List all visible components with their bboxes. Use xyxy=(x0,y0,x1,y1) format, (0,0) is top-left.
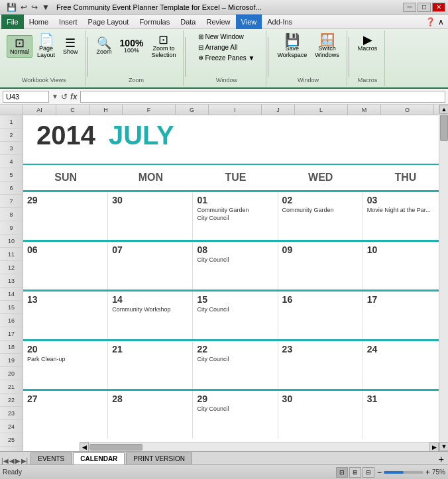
tab-events[interactable]: EVENTS xyxy=(30,452,72,464)
row-19: 19 xyxy=(0,354,23,367)
tab-scroll-prev[interactable]: ◀ xyxy=(9,457,15,464)
ribbon-btn-zoom[interactable]: 🔍 Zoom xyxy=(93,35,115,58)
scroll-track[interactable] xyxy=(439,115,448,442)
cal-cell-27: 27 xyxy=(23,391,108,439)
show-label: Show xyxy=(63,49,78,56)
ribbon-btn-switch-windows[interactable]: 🪟 SwitchWindows xyxy=(311,32,343,61)
cal-cell-03: 03 Movie Night at the Par... xyxy=(363,192,448,240)
tab-scroll-first[interactable]: |◀ xyxy=(1,457,9,464)
menu-item-add-ins[interactable]: Add-Ins xyxy=(262,15,298,29)
scroll-left-button[interactable]: ◀ xyxy=(80,443,89,452)
add-sheet-icon[interactable]: + xyxy=(436,454,447,464)
ribbon-btn-save-workspace[interactable]: 💾 SaveWorkspace xyxy=(274,32,310,61)
zoom-in-icon[interactable]: + xyxy=(425,468,430,477)
row-17: 17 xyxy=(0,327,23,341)
vertical-scrollbar[interactable]: ▲ ▼ xyxy=(439,115,448,451)
col-header-h: H xyxy=(89,105,123,115)
cal-cell-10: 10 xyxy=(363,242,448,290)
row-4: 4 xyxy=(0,155,23,168)
maximize-button[interactable]: □ xyxy=(418,3,431,12)
tab-scroll-next[interactable]: ▶ xyxy=(15,457,21,464)
day-tue: TUE xyxy=(193,169,278,186)
title-bar: 💾 ↩ ↪ ▼ Free Community Event Planner Tem… xyxy=(0,0,448,15)
cal-cell-17: 17 xyxy=(363,292,448,339)
view-mode-buttons: ⊡ ⊞ ⊟ xyxy=(336,467,374,478)
event-city-council-5: City Council xyxy=(197,405,273,413)
menu-item-view[interactable]: View xyxy=(236,15,262,29)
menu-item-data[interactable]: Data xyxy=(175,15,201,29)
tab-scroll-controls[interactable]: |◀ ◀ ▶ ▶| xyxy=(1,457,28,464)
row-8: 8 xyxy=(0,208,23,221)
scroll-right-button[interactable]: ▶ xyxy=(429,443,439,452)
ribbon-btn-normal[interactable]: ⊡ Normal xyxy=(7,35,32,58)
ribbon-btn-zoom-selection[interactable]: ⊡ Zoom toSelection xyxy=(148,32,179,61)
row-11: 11 xyxy=(0,248,23,261)
cal-cell-21: 21 xyxy=(108,341,193,389)
tab-print-version[interactable]: PRINT VERSION xyxy=(126,452,192,464)
col-header-f: F xyxy=(123,105,176,115)
zoom-out-icon[interactable]: − xyxy=(377,468,382,477)
ribbon-btn-show[interactable]: ☰ Show xyxy=(60,35,82,58)
ribbon-group-workbook-views: ⊡ Normal 📄 PageLayout ☰ Show Workbook Vi… xyxy=(3,30,86,86)
cal-cell-24: 24 xyxy=(363,341,448,389)
view-btn-page-layout[interactable]: ⊞ xyxy=(349,467,361,478)
save-icon[interactable]: 💾 xyxy=(5,2,18,13)
zoom-slider[interactable] xyxy=(384,471,423,474)
scroll-down-button[interactable]: ▼ xyxy=(439,442,448,451)
menu-item-file[interactable]: File xyxy=(1,15,24,29)
ribbon-btn-page-layout[interactable]: 📄 PageLayout xyxy=(34,32,58,61)
minimize-ribbon-icon[interactable]: ∧ xyxy=(438,17,444,27)
row-16: 16 xyxy=(0,314,23,327)
tab-calendar[interactable]: CALENDAR xyxy=(73,452,125,464)
row-14: 14 xyxy=(0,288,23,301)
tab-scroll-last[interactable]: ▶| xyxy=(21,457,28,464)
zoom-selection-label: Zoom toSelection xyxy=(151,46,176,59)
ribbon-btn-new-window[interactable]: ⊞ New Window xyxy=(195,32,247,42)
redo-icon[interactable]: ↪ xyxy=(30,2,39,13)
row-10: 10 xyxy=(0,235,23,248)
cal-cell-22: 22 City Council xyxy=(193,341,278,389)
menu-item-page-layout[interactable]: Page Layout xyxy=(83,15,135,29)
view-btn-normal[interactable]: ⊡ xyxy=(336,467,348,478)
event-community-workshop: Community Workshop xyxy=(112,306,188,314)
zoom-icon: 🔍 xyxy=(97,37,111,49)
ribbon-btn-arrange-all[interactable]: ⊟ Arrange All xyxy=(195,42,241,52)
menu-item-home[interactable]: Home xyxy=(24,15,54,29)
dropdown-arrow-icon[interactable]: ▼ xyxy=(52,93,58,100)
row-23: 23 xyxy=(0,407,23,420)
event-park-cleanup: Park Clean-up xyxy=(27,356,103,364)
ribbon-btn-freeze-panes[interactable]: ❄ Freeze Panes ▼ xyxy=(195,53,258,63)
close-button[interactable]: ✕ xyxy=(432,3,445,12)
menu-item-insert[interactable]: Insert xyxy=(54,15,83,29)
help-icon[interactable]: ❓ xyxy=(425,17,435,27)
status-right-controls: ⊡ ⊞ ⊟ − + 75% xyxy=(336,467,445,478)
zoom-100-icon: 100% xyxy=(120,38,144,48)
horizontal-scrollbar[interactable]: ◀ ▶ xyxy=(80,442,439,451)
menu-item-formulas[interactable]: Formulas xyxy=(134,15,175,29)
view-btn-page-break[interactable]: ⊟ xyxy=(363,467,374,478)
sep4 xyxy=(349,37,349,77)
col-header-m: M xyxy=(348,105,381,115)
minimize-button[interactable]: ─ xyxy=(403,3,416,12)
horiz-scroll-thumb[interactable] xyxy=(89,444,142,451)
scroll-thumb[interactable] xyxy=(440,115,448,141)
macros-label: Macros xyxy=(358,46,378,52)
ribbon-btn-macros[interactable]: ▶ Macros xyxy=(355,32,381,54)
horiz-scroll-track[interactable] xyxy=(89,443,429,451)
cal-cell-28: 28 xyxy=(108,391,193,439)
ribbon-btn-100[interactable]: 100% 100% xyxy=(117,36,147,56)
zoom-selection-icon: ⊡ xyxy=(158,34,168,46)
row-headers: 1 2 3 4 5 6 7 8 9 10 11 12 13 14 15 16 1… xyxy=(0,115,23,479)
col-header-c: C xyxy=(56,105,89,115)
day-mon: MON xyxy=(108,169,193,186)
undo-icon[interactable]: ↩ xyxy=(19,2,28,13)
title-bar-title: Free Community Event Planner Template fo… xyxy=(56,3,262,11)
cell-reference-box[interactable]: U43 xyxy=(3,91,49,103)
qat-dropdown-icon[interactable]: ▼ xyxy=(40,2,51,13)
formula-refresh-icon[interactable]: ↺ xyxy=(61,92,68,101)
switch-windows-icon: 🪟 xyxy=(320,34,335,46)
menu-item-review[interactable]: Review xyxy=(201,15,235,29)
formula-input[interactable] xyxy=(80,91,445,103)
window-group-label: Window xyxy=(216,77,237,85)
cal-cell-09: 09 xyxy=(278,242,363,290)
